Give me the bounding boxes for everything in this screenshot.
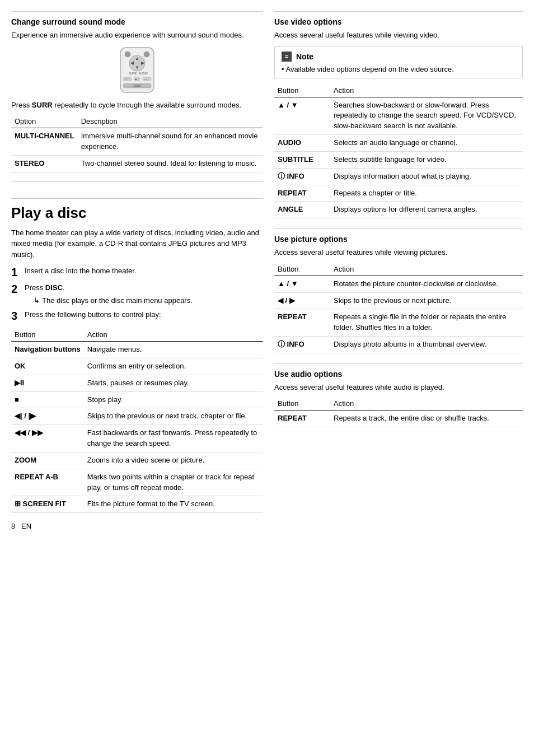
surr-bold: SURR — [32, 101, 53, 109]
svg-text:▶: ▶ — [141, 60, 145, 66]
step-sub: ↳The disc plays or the disc main menu ap… — [34, 295, 193, 306]
btn-cell: REPEAT A-B — [11, 469, 84, 496]
btn-cell: REPEAT — [274, 410, 330, 427]
video-options-desc: Access several useful features while vie… — [274, 30, 523, 41]
play-table-row: ZOOMZooms into a video scene or picture. — [11, 452, 263, 469]
action-cell: Selects subtitle language for video. — [330, 151, 523, 168]
right-column: Use video options Access several useful … — [274, 11, 523, 530]
step-number: 3 — [11, 309, 20, 323]
play-table-row: ■Stops play. — [11, 391, 263, 408]
action-cell: Fast backwards or fast forwards. Press r… — [84, 425, 263, 452]
video-options-section: Use video options Access several useful … — [274, 11, 523, 218]
note-header: = Note — [282, 52, 516, 62]
play-control-table: Button Action Navigation buttonsNavigate… — [11, 328, 263, 513]
play-table-row: ⊞ SCREEN FITFits the picture format to t… — [11, 496, 263, 513]
btn-cell: SUBTITLE — [274, 151, 330, 168]
action-cell: Confirms an entry or selection. — [84, 358, 263, 375]
audio-options-title: Use audio options — [274, 370, 523, 379]
col-option: Option — [11, 115, 78, 128]
play-table-row: REPEAT A-BMarks two points within a chap… — [11, 469, 263, 496]
action-cell: Stops play. — [84, 391, 263, 408]
audio-col-button: Button — [274, 397, 330, 410]
svg-text:30/NO: 30/NO — [133, 84, 141, 87]
svg-text:—: — — [144, 77, 147, 80]
page-number: 8 EN — [11, 522, 263, 530]
picture-table-row: ⓘ INFODisplays photo albums in a thumbna… — [274, 337, 523, 353]
btn-cell: REPEAT — [274, 309, 330, 337]
btn-cell: ■ — [11, 391, 84, 408]
action-cell: Searches slow-backward or slow-forward. … — [330, 97, 523, 135]
btn-cell: ▶II — [11, 375, 84, 391]
video-table-row: REPEATRepeats a chapter or title. — [274, 185, 523, 202]
video-options-title: Use video options — [274, 17, 523, 26]
step-number: 2 — [11, 282, 20, 296]
action-cell: Repeats a track, the entire disc or shuf… — [330, 410, 523, 427]
action-cell: Skips to the previous or next track, cha… — [84, 408, 263, 425]
picture-options-desc: Access several useful features while vie… — [274, 247, 523, 258]
step-number: 1 — [11, 265, 20, 279]
btn-cell: REPEAT — [274, 185, 330, 202]
surround-table-row: MULTI-CHANNELImmersive multi-channel sou… — [11, 128, 263, 156]
audio-options-desc: Access several useful features while aud… — [274, 382, 523, 393]
play-table-row: Navigation buttonsNavigate menus. — [11, 342, 263, 358]
step-content: Press the following buttons to control p… — [25, 309, 161, 320]
left-column: Change surround sound mode Experience an… — [11, 11, 263, 530]
svg-text:▲: ▲ — [135, 56, 139, 61]
video-col-action: Action — [330, 84, 523, 97]
play-disc-section: Play a disc The home theater can play a … — [11, 181, 263, 514]
note-icon: = — [282, 52, 292, 62]
btn-cell: AUDIO — [274, 135, 330, 152]
action-cell: Zooms into a video scene or picture. — [84, 452, 263, 469]
action-cell: Repeats a chapter or title. — [330, 185, 523, 202]
surround-table-row: STEREOTwo-channel stereo sound. Ideal fo… — [11, 155, 263, 172]
btn-cell: ◀| / |▶ — [11, 408, 84, 425]
svg-point-6 — [125, 52, 130, 57]
btn-cell: ZOOM — [11, 452, 84, 469]
action-cell: Repeats a single file in the folder or r… — [330, 309, 523, 337]
action-cell: Displays photo albums in a thumbnail ove… — [330, 337, 523, 353]
step-item: 1Insert a disc into the home theater. — [11, 265, 263, 279]
picture-table-row: REPEATRepeats a single file in the folde… — [274, 309, 523, 337]
surround-press-note: Press SURR repeatedly to cycle through t… — [11, 100, 263, 111]
picture-table-row: ◀ / ▶Skips to the previous or next pictu… — [274, 292, 523, 309]
btn-cell: ⊞ SCREEN FIT — [11, 496, 84, 513]
play-col-button: Button — [11, 328, 84, 342]
audio-options-section: Use audio options Access several useful … — [274, 363, 523, 427]
video-table-row: ⓘ INFODisplays information about what is… — [274, 168, 523, 185]
btn-cell: ◀◀ / ▶▶ — [11, 425, 84, 452]
svg-text:▼: ▼ — [135, 65, 139, 70]
option-cell: MULTI-CHANNEL — [11, 128, 78, 156]
play-table-row: ◀◀ / ▶▶Fast backwards or fast forwards. … — [11, 425, 263, 452]
btn-cell: Navigation buttons — [11, 342, 84, 358]
step-content: Press DISC.↳The disc plays or the disc m… — [25, 282, 193, 306]
note-box: = Note • Available video options depend … — [274, 46, 523, 78]
action-cell: Skips to the previous or next picture. — [330, 292, 523, 309]
action-cell: Displays information about what is playi… — [330, 168, 523, 185]
svg-rect-10 — [123, 77, 132, 81]
svg-text:+: + — [125, 77, 127, 80]
picture-options-title: Use picture options — [274, 235, 523, 244]
video-table-row: SUBTITLESelects subtitle language for vi… — [274, 151, 523, 168]
col-description: Description — [78, 115, 263, 128]
svg-text:SURR: SURR — [129, 72, 137, 75]
audio-table-row: REPEATRepeats a track, the entire disc o… — [274, 410, 523, 427]
step-content: Insert a disc into the home theater. — [25, 265, 136, 277]
page-container: Change surround sound mode Experience an… — [0, 0, 534, 542]
svg-point-7 — [144, 52, 149, 57]
play-col-action: Action — [84, 328, 263, 342]
svg-text:AUDIO: AUDIO — [139, 72, 148, 75]
play-disc-intro: The home theater can play a wide variety… — [11, 227, 263, 260]
btn-cell: ⓘ INFO — [274, 168, 330, 185]
note-bullet: • Available video options depend on the … — [282, 65, 516, 73]
step-item: 3Press the following buttons to control … — [11, 309, 263, 323]
pic-col-action: Action — [330, 263, 523, 276]
btn-cell: ◀ / ▶ — [274, 292, 330, 309]
btn-cell: ⓘ INFO — [274, 337, 330, 353]
action-cell: Rotates the picture counter-clockwise or… — [330, 276, 523, 292]
picture-options-section: Use picture options Access several usefu… — [274, 228, 523, 353]
step-item: 2Press DISC.↳The disc plays or the disc … — [11, 282, 263, 306]
video-options-table: Button Action ▲ / ▼Searches slow-backwar… — [274, 84, 523, 219]
option-cell: STEREO — [11, 155, 78, 172]
desc-cell: Immersive multi-channel sound for an enh… — [78, 128, 263, 156]
action-cell: Navigate menus. — [84, 342, 263, 358]
